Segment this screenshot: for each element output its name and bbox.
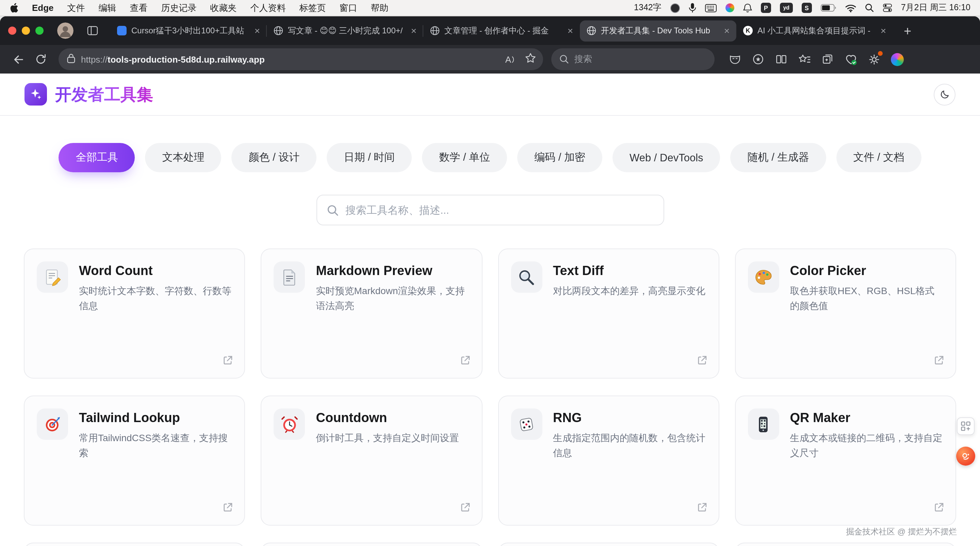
open-tool-link-icon[interactable]	[696, 355, 708, 369]
tab-actions-icon[interactable]	[84, 22, 101, 39]
filter-web-devtools[interactable]: Web / DevTools	[612, 143, 721, 172]
tool-name: Text Diff	[553, 263, 705, 279]
palette-icon	[748, 261, 779, 293]
menu-edit[interactable]: 编辑	[99, 2, 116, 14]
open-tool-link-icon[interactable]	[933, 355, 945, 369]
site-header: 开发者工具集	[0, 73, 980, 116]
menubar-clock[interactable]: 7月2日 周三 16:10	[901, 2, 970, 14]
notification-bell-icon[interactable]	[743, 3, 752, 13]
tool-card-partial[interactable]	[24, 543, 245, 546]
address-bar[interactable]: https://tools-production-5d8d.up.railway…	[59, 48, 543, 70]
tab-ai-tools-prompt[interactable]: K AI 小工具网站集合项目提示词 - ×	[737, 20, 893, 41]
youdao-icon[interactable]: yd	[780, 3, 793, 13]
close-window-button[interactable]	[8, 27, 16, 35]
word-count-status[interactable]: 1342字	[634, 2, 662, 14]
tool-card-word-count[interactable]: Word Count 实时统计文本字数、字符数、行数等信息	[24, 248, 245, 379]
menu-tabs[interactable]: 标签页	[299, 2, 326, 14]
tab-dev-tools-hub-active[interactable]: 开发者工具集 - Dev Tools Hub ×	[580, 20, 737, 41]
tool-card-partial[interactable]	[261, 543, 482, 546]
open-tool-link-icon[interactable]	[459, 502, 471, 516]
lock-icon[interactable]	[67, 53, 76, 66]
profile-avatar[interactable]	[57, 22, 73, 39]
tool-card-rng[interactable]: RNG 生成指定范围内的随机数，包含统计信息	[498, 396, 719, 525]
sogou-input-icon[interactable]: S	[802, 3, 812, 13]
menu-history[interactable]: 历史记录	[161, 2, 197, 14]
menu-window[interactable]: 窗口	[340, 2, 357, 14]
tab-cursor-article[interactable]: Cursor猛干3小时出100+工具站 ×	[110, 20, 267, 41]
filter-random-generators[interactable]: 随机 / 生成器	[730, 143, 826, 172]
tab-write-article[interactable]: 写文章 - 😊😊 三小时完成 100+/ ×	[267, 20, 423, 41]
theme-toggle-button[interactable]	[934, 83, 956, 105]
split-screen-icon[interactable]	[772, 50, 791, 69]
sidebar-search-box[interactable]: 搜索	[551, 48, 714, 70]
open-tool-link-icon[interactable]	[933, 502, 945, 516]
tool-description: 取色并获取HEX、RGB、HSL格式的颜色值	[790, 284, 943, 314]
floating-badge[interactable]	[956, 447, 975, 466]
input-method-color-icon[interactable]	[725, 3, 734, 12]
copilot-icon[interactable]	[888, 50, 907, 69]
zoom-window-button[interactable]	[35, 27, 43, 35]
browser-toolbar: https://tools-production-5d8d.up.railway…	[0, 45, 980, 73]
tool-card-text-diff[interactable]: Text Diff 对比两段文本的差异，高亮显示变化	[498, 248, 719, 379]
keyboard-icon[interactable]	[705, 4, 717, 12]
url-text[interactable]: https://tools-production-5d8d.up.railway…	[81, 54, 265, 64]
favorite-star-icon[interactable]	[525, 52, 536, 66]
filter-date-time[interactable]: 日期 / 时间	[327, 143, 412, 172]
microphone-icon[interactable]	[689, 3, 696, 13]
filter-file-docs[interactable]: 文件 / 文档	[836, 143, 921, 172]
back-icon[interactable]	[8, 50, 27, 69]
word-counter-icon[interactable]	[670, 3, 680, 13]
new-tab-button[interactable]: +	[900, 24, 915, 37]
sidebar-search-placeholder: 搜索	[574, 53, 592, 65]
tab-close-icon[interactable]: ×	[253, 26, 261, 35]
tool-card-color-picker[interactable]: Color Picker 取色并获取HEX、RGB、HSL格式的颜色值	[735, 248, 956, 379]
tab-close-icon[interactable]: ×	[879, 26, 888, 35]
tool-card-countdown[interactable]: Countdown 倒计时工具，支持自定义时间设置	[261, 396, 482, 525]
tab-close-icon[interactable]: ×	[566, 26, 574, 35]
tab-close-icon[interactable]: ×	[410, 26, 418, 35]
tool-card-partial[interactable]	[498, 543, 719, 546]
floating-grid-widget[interactable]	[957, 417, 975, 435]
minimize-window-button[interactable]	[22, 27, 30, 35]
filter-encode-crypto[interactable]: 编码 / 加密	[517, 143, 602, 172]
open-tool-link-icon[interactable]	[696, 502, 708, 516]
collections-icon[interactable]	[818, 50, 837, 69]
filter-math-units[interactable]: 数学 / 单位	[422, 143, 507, 172]
tool-card-tailwind-lookup[interactable]: Tailwind Lookup 常用TailwindCSS类名速查，支持搜索	[24, 396, 245, 525]
read-aloud-icon[interactable]: A	[505, 54, 515, 64]
tab-close-icon[interactable]: ×	[723, 26, 731, 35]
refresh-icon[interactable]	[31, 50, 50, 69]
menu-favorites[interactable]: 收藏夹	[210, 2, 237, 14]
tool-card-partial[interactable]	[735, 543, 956, 546]
site-logo[interactable]	[24, 83, 47, 105]
filter-color-design[interactable]: 颜色 / 设计	[232, 143, 317, 172]
control-center-icon[interactable]	[883, 3, 892, 12]
menu-view[interactable]: 查看	[130, 2, 148, 14]
open-tool-link-icon[interactable]	[222, 355, 234, 369]
settings-gear-icon[interactable]	[864, 50, 883, 69]
spotlight-search-icon[interactable]	[865, 3, 874, 12]
qr-code-icon	[748, 409, 779, 440]
p-app-icon[interactable]: P	[761, 3, 771, 13]
filter-all-tools[interactable]: 全部工具	[59, 143, 135, 172]
menubar-app-name[interactable]: Edge	[32, 3, 54, 13]
tool-card-markdown-preview[interactable]: Markdown Preview 实时预览Markdown渲染效果，支持语法高亮	[261, 248, 482, 379]
category-filters: 全部工具 文本处理 颜色 / 设计 日期 / 时间 数学 / 单位 编码 / 加…	[0, 143, 980, 172]
apple-logo-icon[interactable]	[10, 3, 18, 13]
tool-card-qr-maker[interactable]: QR Maker 生成文本或链接的二维码，支持自定义尺寸	[735, 396, 956, 525]
filter-text[interactable]: 文本处理	[145, 143, 221, 172]
alarm-clock-icon	[274, 409, 305, 440]
mask-icon[interactable]	[725, 50, 745, 69]
menu-file[interactable]: 文件	[67, 2, 85, 14]
battery-icon[interactable]	[821, 4, 837, 11]
menu-profiles[interactable]: 个人资料	[250, 2, 286, 14]
browser-essentials-icon[interactable]	[841, 50, 860, 69]
open-tool-link-icon[interactable]	[222, 502, 234, 516]
favorites-bar-icon[interactable]	[795, 50, 814, 69]
menu-help[interactable]: 帮助	[371, 2, 388, 14]
tool-search-input[interactable]	[345, 204, 654, 216]
wifi-icon[interactable]	[845, 4, 856, 12]
open-tool-link-icon[interactable]	[459, 355, 471, 369]
sparkle-circle-icon[interactable]	[749, 50, 768, 69]
tab-juejin-creator[interactable]: 文章管理 - 创作者中心 - 掘金 ×	[423, 20, 580, 41]
